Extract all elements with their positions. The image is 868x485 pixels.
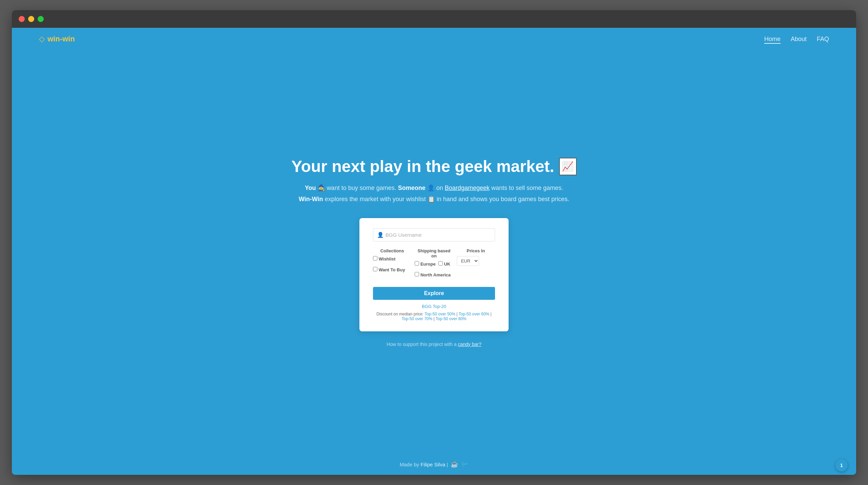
candy-bar-link[interactable]: candy bar? <box>458 342 481 347</box>
hero-you: You <box>305 185 316 191</box>
explore-button[interactable]: Explore <box>373 287 495 300</box>
wishlist-checkbox[interactable] <box>373 256 377 260</box>
europe-checkbox-label[interactable]: Europe <box>415 261 435 267</box>
prices-group: Prices In EUR USD GBP <box>457 248 495 266</box>
discount-70-link[interactable]: Top-50 over 70% <box>401 316 432 321</box>
uk-checkbox-label[interactable]: UK <box>438 261 450 267</box>
shipping-checkboxes: Europe UK North America <box>415 261 453 280</box>
close-button[interactable] <box>19 16 25 22</box>
form-options-grid: Collections Wishlist Want To Buy <box>373 248 495 280</box>
username-input-wrapper: 👤 <box>373 228 495 241</box>
titlebar <box>12 10 856 28</box>
hero-someone: Someone <box>398 185 426 191</box>
minimize-button[interactable] <box>28 16 34 22</box>
chart-icon: 📈 <box>559 158 577 175</box>
north-america-checkbox[interactable] <box>415 272 419 276</box>
logo-text: win-win <box>47 35 75 43</box>
wishlist-checkbox-label[interactable]: Wishlist <box>373 256 395 261</box>
hero-winwin: Win-Win <box>299 196 323 202</box>
app-window: ◇ win-win Home About FAQ Your next play … <box>12 10 856 475</box>
user-icon: 👤 <box>377 232 384 238</box>
nav-home[interactable]: Home <box>764 36 781 44</box>
discount-links: Discount on median price: Top-50 over 50… <box>373 312 495 321</box>
collections-group: Collections Wishlist Want To Buy <box>373 248 411 275</box>
uk-checkbox[interactable] <box>438 261 443 266</box>
nav-faq[interactable]: FAQ <box>817 36 829 42</box>
main-content: ◇ win-win Home About FAQ Your next play … <box>12 28 856 475</box>
want-to-buy-checkbox[interactable] <box>373 267 377 271</box>
author-link[interactable]: Filipe Silva <box>420 462 445 467</box>
bgg-top20: BGG Top-20 <box>373 304 495 309</box>
support-text: How to support this project with a candy… <box>387 342 481 347</box>
shipping-group: Shipping based on Europe UK <box>415 248 453 280</box>
want-to-buy-checkbox-label[interactable]: Want To Buy <box>373 267 405 272</box>
footer-icons: ☕ 🐦 <box>451 461 468 468</box>
discount-60-link[interactable]: Top-50 over 60% <box>459 312 490 316</box>
currency-select[interactable]: EUR USD GBP <box>457 256 479 266</box>
logo-diamond-icon: ◇ <box>39 35 45 43</box>
bgg-top20-link[interactable]: BGG Top-20 <box>422 304 446 309</box>
nav-links: Home About FAQ <box>764 36 829 43</box>
twitter-icon: 🐦 <box>461 461 468 468</box>
prices-label: Prices In <box>457 248 495 253</box>
hero-subtitle: You 🧙 want to buy some games. Someone 👤 … <box>299 182 569 205</box>
collections-checkboxes: Wishlist Want To Buy <box>373 256 411 275</box>
europe-checkbox[interactable] <box>415 261 419 266</box>
traffic-lights <box>19 16 44 22</box>
search-card: 👤 Collections Wishlist <box>359 218 509 331</box>
logo-link[interactable]: ◇ win-win <box>39 35 75 43</box>
bgg-link[interactable]: Boardgamegeek <box>445 185 490 191</box>
currency-wrapper: EUR USD GBP <box>457 256 495 266</box>
navbar: ◇ win-win Home About FAQ <box>12 28 856 50</box>
kofi-icon: ☕ <box>451 461 458 468</box>
shipping-label: Shipping based on <box>415 248 453 258</box>
nav-about[interactable]: About <box>791 36 807 42</box>
collections-label: Collections <box>373 248 411 253</box>
bgg-username-input[interactable] <box>373 228 495 241</box>
north-america-checkbox-label[interactable]: North America <box>415 272 451 277</box>
discount-80-link[interactable]: Top-50 over 80% <box>436 316 467 321</box>
hero-title: Your next play in the geek market. 📈 <box>291 157 576 176</box>
maximize-button[interactable] <box>38 16 44 22</box>
hero-section: Your next play in the geek market. 📈 You… <box>12 50 856 454</box>
footer: Made by Filipe Silva | ☕ 🐦 <box>12 454 856 475</box>
discount-50-link[interactable]: Top-50 over 50% <box>425 312 455 316</box>
notification-badge[interactable]: 1 <box>835 459 848 471</box>
